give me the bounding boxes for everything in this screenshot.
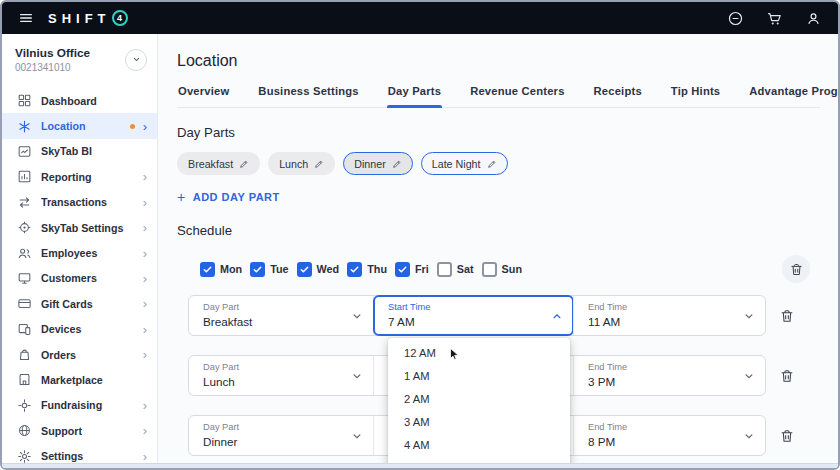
day-part-chip-breakfast[interactable]: Breakfast — [177, 152, 260, 175]
chevron-right-icon: › — [143, 221, 147, 234]
delete-row-button[interactable] — [779, 428, 795, 444]
sidebar-item-transactions[interactable]: Transactions › — [2, 190, 157, 215]
add-day-part-button[interactable]: + ADD DAY PART — [177, 190, 280, 204]
sidebar-item-fundraising[interactable]: Fundraising › — [2, 393, 157, 418]
sidebar-item-marketplace[interactable]: Marketplace — [2, 367, 157, 392]
chevron-down-icon — [742, 369, 756, 383]
end-time-select[interactable]: End Time 3 PM — [573, 356, 765, 395]
day-checkbox-thu[interactable]: Thu — [347, 262, 387, 277]
sidebar-item-support[interactable]: Support › — [2, 418, 157, 443]
sidebar: Vilnius Office 0021341010 Dashboard Loca… — [2, 34, 158, 468]
checkbox-icon — [200, 262, 215, 277]
location-icon — [17, 119, 32, 134]
horizontal-scrollbar[interactable] — [2, 463, 838, 468]
sidebar-item-employees[interactable]: Employees › — [2, 240, 157, 265]
dropdown-option-2am[interactable]: 2 AM — [388, 387, 570, 410]
day-part-chip-dinner[interactable]: Dinner — [343, 152, 412, 175]
plus-icon: + — [177, 190, 186, 204]
chip-label: Dinner — [354, 158, 385, 170]
edit-pencil-icon[interactable] — [239, 159, 249, 169]
support-icon — [17, 423, 32, 438]
start-time-select[interactable]: Start Time 7 AM — [373, 296, 573, 335]
tab-revenue-centers[interactable]: Revenue Centers — [469, 85, 565, 107]
field-value: Breakfast — [203, 315, 345, 329]
day-label: Fri — [415, 263, 429, 275]
tab-overview[interactable]: Overview — [177, 85, 230, 107]
chevron-right-icon: › — [143, 399, 147, 412]
field-value: 3 PM — [588, 375, 737, 389]
chevron-right-icon: › — [143, 424, 147, 437]
main-content: Location Overview Business Settings Day … — [158, 34, 838, 468]
dropdown-option-12am[interactable]: 12 AM — [388, 341, 570, 364]
tab-tip-hints[interactable]: Tip Hints — [670, 85, 721, 107]
page-title: Location — [177, 52, 820, 70]
chevron-down-icon — [350, 309, 364, 323]
weekday-checkbox-row: Mon Tue Wed Thu — [200, 255, 820, 283]
status-circle-minus-icon[interactable] — [727, 10, 744, 27]
sidebar-item-skytab-settings[interactable]: SkyTab Settings › — [2, 215, 157, 240]
field-label: Start Time — [388, 302, 545, 313]
customers-icon — [17, 271, 32, 286]
day-part-select[interactable]: Day Part Breakfast — [189, 296, 373, 335]
sidebar-item-dashboard[interactable]: Dashboard — [2, 88, 157, 113]
marketplace-icon — [17, 372, 32, 387]
day-parts-heading: Day Parts — [177, 125, 820, 140]
day-checkbox-fri[interactable]: Fri — [395, 262, 429, 277]
sidebar-item-label: Settings — [41, 450, 83, 462]
org-selector: Vilnius Office 0021341010 — [2, 34, 157, 83]
edit-pencil-icon[interactable] — [314, 159, 324, 169]
field-label: End Time — [588, 302, 737, 313]
tab-receipts[interactable]: Receipts — [593, 85, 643, 107]
chevron-right-icon: › — [143, 272, 147, 285]
account-icon[interactable] — [805, 10, 822, 27]
dropdown-option-1am[interactable]: 1 AM — [388, 364, 570, 387]
day-checkbox-tue[interactable]: Tue — [250, 262, 288, 277]
checkbox-icon — [297, 262, 312, 277]
day-part-chip-lunch[interactable]: Lunch — [268, 152, 335, 175]
tab-bar: Overview Business Settings Day Parts Rev… — [177, 85, 820, 108]
sidebar-item-customers[interactable]: Customers › — [2, 266, 157, 291]
end-time-select[interactable]: End Time 8 PM — [573, 416, 765, 455]
dropdown-option-4am[interactable]: 4 AM — [388, 433, 570, 456]
day-checkbox-wed[interactable]: Wed — [297, 262, 340, 277]
sidebar-item-skytab-bi[interactable]: SkyTab BI — [2, 139, 157, 164]
tab-day-parts[interactable]: Day Parts — [387, 85, 442, 107]
checkbox-icon — [437, 262, 452, 277]
start-time-dropdown: 12 AM 1 AM 2 AM 3 AM 4 AM 5 AM — [388, 338, 570, 468]
end-time-select[interactable]: End Time 11 AM — [573, 296, 765, 335]
tab-advantage-program[interactable]: Advantage Program — [748, 85, 838, 107]
sidebar-item-location[interactable]: Location › — [2, 113, 157, 138]
sidebar-item-label: Location — [41, 120, 86, 132]
dropdown-option-3am[interactable]: 3 AM — [388, 410, 570, 433]
chip-label: Late Night — [432, 158, 481, 170]
menu-icon[interactable] — [18, 10, 34, 26]
day-checkbox-sat[interactable]: Sat — [437, 262, 474, 277]
day-part-select[interactable]: Day Part Dinner — [189, 416, 373, 455]
sidebar-item-devices[interactable]: Devices › — [2, 317, 157, 342]
reporting-icon — [17, 169, 32, 184]
day-checkbox-mon[interactable]: Mon — [200, 262, 242, 277]
edit-pencil-icon[interactable] — [487, 159, 497, 169]
day-checkbox-sun[interactable]: Sun — [482, 262, 522, 277]
org-name: Vilnius Office — [15, 46, 90, 60]
sidebar-item-orders[interactable]: Orders › — [2, 342, 157, 367]
orders-icon — [17, 347, 32, 362]
delete-row-button[interactable] — [779, 368, 795, 384]
sidebar-item-label: Gift Cards — [41, 298, 93, 310]
mouse-cursor — [447, 347, 461, 361]
tab-business-settings[interactable]: Business Settings — [257, 85, 359, 107]
delete-row-button[interactable] — [779, 308, 795, 324]
chevron-down-icon — [742, 309, 756, 323]
sidebar-item-reporting[interactable]: Reporting › — [2, 164, 157, 189]
day-part-select[interactable]: Day Part Lunch — [189, 356, 373, 395]
chip-label: Breakfast — [188, 158, 233, 170]
sidebar-item-label: Reporting — [41, 171, 91, 183]
chevron-down-icon — [742, 429, 756, 443]
edit-pencil-icon[interactable] — [392, 159, 402, 169]
cart-icon[interactable] — [766, 10, 783, 27]
delete-schedule-button[interactable] — [782, 255, 810, 283]
org-expand-button[interactable] — [125, 49, 147, 71]
day-part-chip-late-night[interactable]: Late Night — [421, 152, 508, 175]
chevron-right-icon: › — [143, 196, 147, 209]
sidebar-item-gift-cards[interactable]: Gift Cards › — [2, 291, 157, 316]
